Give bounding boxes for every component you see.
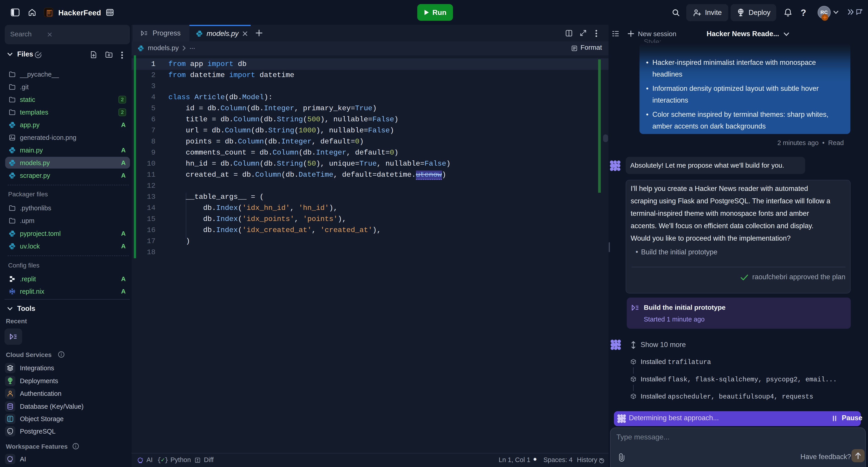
svg-text:10: 10	[8, 416, 11, 419]
svg-text:01: 01	[8, 419, 11, 421]
